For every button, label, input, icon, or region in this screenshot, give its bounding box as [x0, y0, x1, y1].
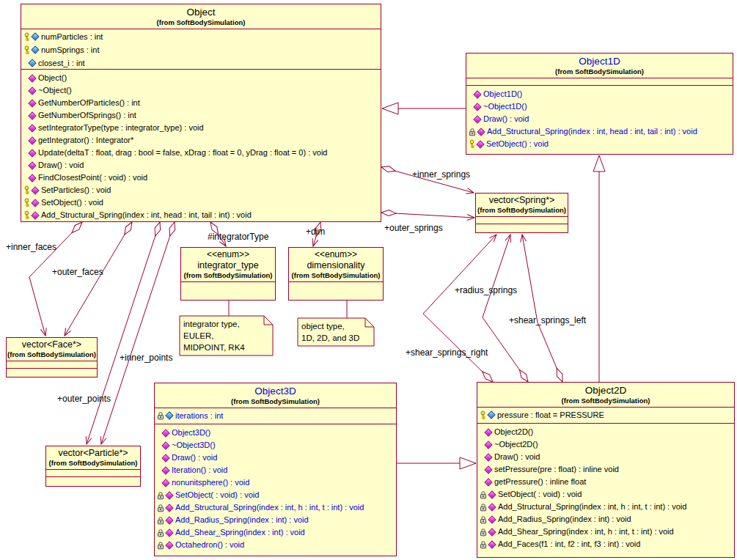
operation-icon — [31, 186, 39, 194]
member-text: Object() — [38, 72, 67, 84]
member-text: Add_Faces(f1 : int, f2 : int, f3 : int) … — [498, 538, 640, 550]
attributes-compartment — [466, 78, 733, 85]
lock-icon — [480, 528, 487, 537]
operation-icon — [488, 503, 496, 511]
operation-icon — [31, 211, 39, 219]
member-text: Octahedron() : void — [175, 539, 244, 551]
aggregation-shear-springs-left[interactable] — [522, 235, 562, 382]
operation-icon — [161, 466, 169, 474]
class-vector-spring[interactable]: vector<Spring*> (from SoftBodySimulation… — [475, 193, 568, 233]
operation-icon — [161, 429, 169, 437]
key-icon — [23, 210, 30, 220]
attributes-compartment — [181, 281, 275, 300]
attributes-compartment — [476, 216, 568, 224]
aggregation-inner-faces[interactable] — [29, 222, 82, 336]
class-from-label: (from SoftBodySimulation) — [289, 271, 383, 281]
lock-icon — [480, 515, 487, 524]
operation-row: Draw() : void — [155, 452, 396, 464]
member-text: iterations : int — [175, 409, 223, 422]
member-text: Add_Radius_Spring(index : int) : void — [498, 513, 631, 526]
member-text: Draw() : void — [494, 451, 540, 463]
edge-label-outer-faces: +outer_faces — [52, 267, 103, 277]
operation-icon — [161, 479, 169, 487]
operation-row: Octahedron() : void — [155, 539, 396, 551]
operation-row: Update(deltaT : float, drag : bool = fal… — [21, 147, 381, 159]
class-vector-particle[interactable]: vector<Particle*> (from SoftBodySimulati… — [45, 446, 141, 487]
operation-icon — [28, 86, 36, 95]
aggregation-outer-springs[interactable] — [381, 213, 474, 218]
member-text: SetObject() : void — [41, 196, 103, 209]
member-text: Object1D() — [483, 88, 522, 100]
member-text: closest_i : int — [38, 56, 85, 69]
class-from-label: (from SoftBodySimulation) — [7, 350, 97, 361]
operation-row: Add_Faces(f1 : int, f2 : int, f3 : int) … — [477, 538, 734, 550]
member-text: Add_Structural_Spring(index : int, h : i… — [175, 501, 364, 514]
operations-compartment: Object()~Object()GetNumberOfParticles() … — [21, 69, 381, 221]
edge-label-shear-springs-right: +shear_springs_right — [406, 347, 488, 358]
attribute-icon — [28, 59, 36, 67]
member-text: numParticles : int — [41, 30, 103, 43]
member-text: nonunitsphere() : void — [172, 476, 249, 489]
operation-row: Add_Structural_Spring(index : int, h : i… — [155, 501, 396, 514]
attribute-icon — [165, 411, 173, 419]
member-text: ~Object2D() — [494, 438, 538, 451]
operation-icon — [484, 465, 492, 474]
operation-icon — [488, 528, 496, 536]
class-enum-integrator-type[interactable]: <<enum>> integrator_type (from SoftBodyS… — [180, 247, 276, 301]
aggregation-radius-springs[interactable] — [483, 235, 528, 382]
operation-icon — [161, 454, 169, 462]
operation-icon — [484, 441, 492, 449]
operation-icon — [165, 491, 173, 499]
class-from-label: (from SoftBodySimulation) — [476, 206, 568, 216]
operations-compartment — [476, 224, 568, 232]
key-icon — [23, 45, 30, 55]
operation-icon — [488, 540, 496, 548]
member-text: ~Object1D() — [483, 100, 527, 113]
operation-icon — [484, 478, 492, 486]
operation-icon — [28, 161, 36, 169]
edge-label-integrator-type: #integratorType — [208, 232, 268, 242]
operation-icon — [161, 441, 169, 449]
operation-row: Object3D() — [155, 427, 396, 439]
operation-row: GetNumberOfParticles() : int — [21, 97, 381, 109]
class-from-label: (from SoftBodySimulation) — [477, 397, 734, 407]
lock-icon — [157, 504, 164, 512]
class-from-label: (from SoftBodySimulation) — [181, 271, 275, 281]
class-from-label: (from SoftBodySimulation) — [46, 459, 140, 469]
aggregation-outer-faces[interactable] — [65, 222, 132, 336]
operation-row: getPressure() : inline float — [477, 476, 734, 488]
aggregation-inner-points[interactable] — [87, 222, 160, 444]
class-title: vector<Spring*> (from SoftBodySimulation… — [476, 194, 568, 216]
class-object2d[interactable]: Object2D (from SoftBodySimulation) press… — [477, 382, 735, 558]
class-from-label: (from SoftBodySimulation) — [21, 18, 381, 29]
class-object[interactable]: Object (from SoftBodySimulation) numPart… — [21, 4, 381, 222]
operations-compartment — [7, 368, 97, 377]
class-object3d[interactable]: Object3D (from SoftBodySimulation) itera… — [154, 383, 397, 556]
operation-icon — [477, 128, 485, 136]
note-dimensionality-text: object type, 1D, 2D, and 3D — [301, 320, 359, 344]
operation-row: nonunitsphere() : void — [155, 476, 396, 489]
class-title: Object2D (from SoftBodySimulation) — [477, 383, 734, 407]
key-icon — [23, 185, 30, 195]
attributes-compartment — [7, 361, 97, 368]
operation-icon — [484, 453, 492, 461]
member-text: FindClosestPoint( : void) : void — [38, 172, 147, 184]
class-title: <<enum>> integrator_type (from SoftBodyS… — [181, 248, 275, 281]
operation-row: Add_Structural_Spring(index : int, head … — [21, 209, 381, 221]
class-name: Object2D — [477, 384, 734, 397]
operation-row: Draw() : void — [466, 113, 733, 125]
lock-icon — [157, 491, 164, 500]
class-from-label: (from SoftBodySimulation) — [155, 397, 396, 408]
operation-icon — [165, 541, 173, 549]
class-enum-dimensionality[interactable]: <<enum>> dimensionality (from SoftBodySi… — [288, 247, 384, 301]
class-title: Object3D (from SoftBodySimulation) — [155, 383, 396, 408]
attributes-compartment: iterations : int — [155, 408, 396, 424]
operation-row: Object1D() — [466, 88, 733, 100]
class-vector-face[interactable]: vector<Face*> (from SoftBodySimulation) — [6, 337, 98, 377]
member-text: setIntegratorType(type : integrator_type… — [38, 122, 204, 134]
attribute-row: pressure : float = PRESSURE — [477, 408, 734, 421]
lock-icon — [469, 128, 476, 136]
member-text: Object2D() — [494, 426, 533, 438]
member-text: SetParticles() : void — [41, 184, 111, 196]
class-object1d[interactable]: Object1D (from SoftBodySimulation) Objec… — [466, 53, 733, 155]
